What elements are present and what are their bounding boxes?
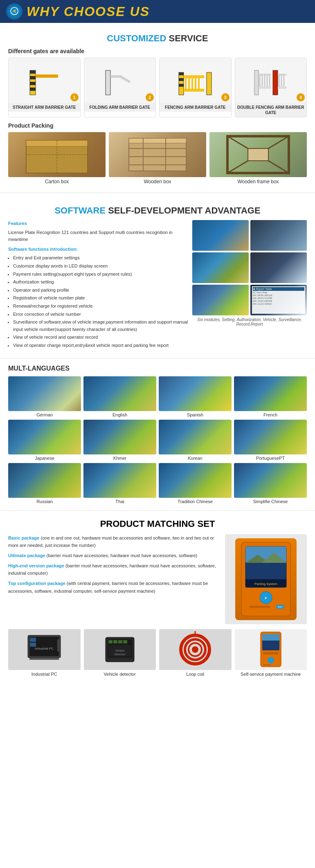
packing-item-wooden: Wooden box [109,132,206,184]
screenshot-5 [192,285,249,315]
svg-rect-20 [207,72,212,95]
languages-title: MULT-LANGUAGES [8,365,307,372]
svg-line-49 [227,161,248,173]
svg-rect-67 [30,638,36,642]
lang-item-german: German [8,376,81,417]
svg-line-48 [268,136,289,148]
lang-label-thai: Thai [83,499,156,504]
languages-grid: German English Spanish French Japanese K… [8,376,307,504]
svg-rect-87 [262,634,279,641]
lang-item-spanish: Spanish [159,376,232,417]
gate-number-1: 1 [70,93,79,101]
svg-rect-11 [179,78,184,81]
lang-item-english: English [83,376,156,417]
lang-image-korean [159,420,232,454]
gates-grid: 1 STRAIGHT ARM BARRIER GATE 2 FOLDING AR… [8,58,307,117]
product-label-coil: Loop coil [159,672,232,677]
packing-item-frame: Wooden frame box [209,132,307,184]
lang-image-german [8,376,81,411]
machine-visual: Parking System P PAY [235,538,297,620]
screenshot-3 [192,252,249,283]
lang-label-english: English [83,412,156,417]
gate-image-4: 4 [235,58,307,103]
svg-text:Industrial PC: Industrial PC [35,647,54,650]
lang-item-tradition-chinese: Tradition Chinese [159,463,232,504]
payment-machine-image: Parking System P PAY [225,534,307,624]
gate-number-2: 2 [146,93,154,101]
software-title: SOFTWARE SELF-DEVELOPMENT ADVANTAGE [8,205,307,216]
gate-item-4: 4 DOUBLE FENCING ARM BARRIER GATE [235,58,307,117]
gate-item-2: 2 FOLDING ARM BARRIER GATE [84,58,156,117]
svg-rect-4 [30,88,36,91]
top-package: Top configuration package (with central … [8,580,220,595]
lang-image-portuguese [234,420,307,454]
svg-rect-9 [179,72,184,95]
lang-item-russian: Russian [8,463,81,504]
svg-rect-2 [30,76,36,79]
product-payment-machine: Self-service payment machine [235,629,307,677]
svg-rect-61 [250,606,270,608]
packing-label-wooden: Wooden box [109,179,206,184]
software-content: Features License Plate Recognition 121 c… [8,220,307,350]
lang-item-portuguese: PortuguesePT [234,420,307,461]
packing-grid: Carton box Wooden box [8,132,307,184]
matching-text: Basic package (one in and one out, hardw… [8,534,220,624]
lang-image-english [83,376,156,411]
screenshot-2 [250,220,307,251]
svg-point-89 [268,657,274,663]
logo [6,3,22,20]
lang-label-french: French [234,412,307,417]
packing-item-carton: Carton box [8,132,106,184]
product-industrial-pc: Industrial PC Industrial PC [8,629,81,677]
product-label-payment: Self-service payment machine [235,672,307,677]
svg-rect-68 [30,643,36,647]
lang-image-khmer [83,420,156,454]
packing-image-wooden [109,132,206,177]
products-grid: Industrial PC Industrial PC Vehicle [8,629,307,677]
packing-title: Product Packing [8,122,307,129]
lang-image-thai [83,463,156,498]
lang-image-french [234,376,307,411]
ultimate-package: Ultimate package (barrier must have acce… [8,552,220,560]
matching-title: PRODUCT MATCHING SET [8,519,307,529]
gate-label-1: STRAIGHT ARM BARRIER GATE [9,103,80,112]
svg-rect-88 [263,652,279,654]
lang-image-russian [8,463,81,498]
lang-label-russian: Russian [8,499,81,504]
gate-item-3: 3 FENCING ARM BARRIER GATE [159,58,232,117]
lang-item-french: French [234,376,307,417]
svg-rect-1 [30,70,36,74]
page-title: WHY CHOOSE US [27,4,150,19]
packing-label-carton: Carton box [8,179,106,184]
svg-rect-28 [259,87,271,89]
matching-section: PRODUCT MATCHING SET Basic package (one … [0,513,315,683]
svg-text:Vehicle: Vehicle [115,649,124,652]
lang-image-tradition-chinese [159,463,232,498]
svg-rect-13 [184,75,204,78]
function-item-3: Payment rules setting(support eight type… [13,271,188,278]
svg-rect-75 [118,640,122,643]
svg-text:Detector: Detector [115,653,126,656]
intro-label: Software functions introduction: [8,246,188,253]
gate-image-3: 3 [160,58,231,103]
svg-rect-19 [184,89,204,92]
functions-list: Entry and Exit parameter settings Custom… [8,254,188,349]
lang-item-thai: Thai [83,463,156,504]
function-item-8: Error correction of vehicle number [13,311,188,318]
function-item-6: Registration of vehicle number plate [13,295,188,302]
gate-image-2: 2 [84,58,156,103]
lang-label-german: German [8,412,81,417]
packing-image-frame [209,132,307,177]
lang-item-korean: Korean [159,420,232,461]
svg-line-50 [268,161,289,173]
product-image-payment [235,629,307,670]
svg-rect-76 [123,640,127,643]
gate-number-3: 3 [221,93,230,101]
function-item-2: Customize display words in LED display s… [13,263,188,270]
screenshot-caption: Six modules, Setting, Authorization, Veh… [192,317,307,326]
svg-rect-21 [254,70,259,95]
lang-item-khmer: Khmer [83,420,156,461]
customized-section: CUSTOMIZED SERVICE Different gates are a… [0,23,315,191]
svg-line-47 [227,136,248,148]
lang-item-simplifie-chinese: Simplifie Chinese [234,463,307,504]
